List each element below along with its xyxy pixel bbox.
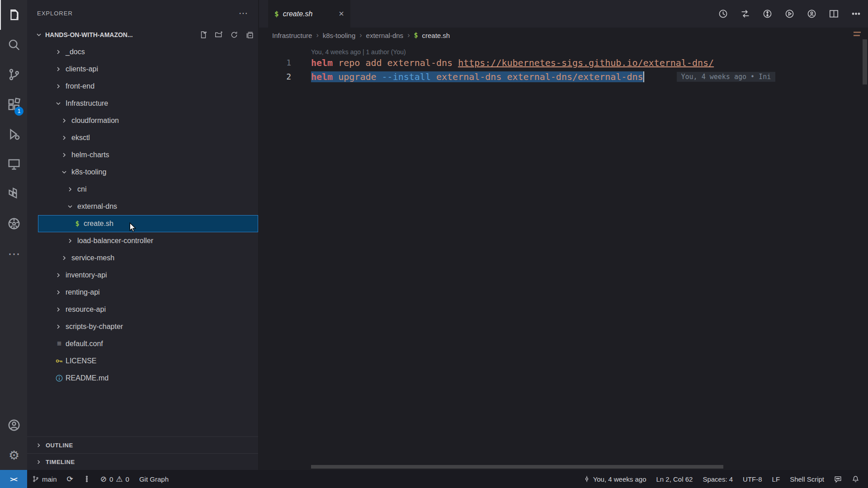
tree-item-cloudformation[interactable]: cloudformation [27,112,258,129]
tree-item-README.md[interactable]: README.md [27,370,258,387]
shell-icon: $ [274,9,279,18]
remote-indicator[interactable]: >< [0,470,27,488]
language-mode[interactable]: Shell Script [785,470,829,488]
timeline-section[interactable]: TIMELINE [27,453,258,470]
commit-graph-icon[interactable] [762,8,773,19]
code-token: helm [311,57,333,68]
code-line-2[interactable]: 2helm upgrade --install external-dns ext… [259,70,868,84]
cursor-position[interactable]: Ln 2, Col 62 [651,470,698,488]
tree-item-load-balancer-controller[interactable]: load-balancer-controller [27,232,258,249]
run-and-debug-icon[interactable] [0,119,27,149]
source-control-icon[interactable] [0,60,27,89]
open-changes-icon[interactable] [740,8,751,19]
tree-item-clients-api[interactable]: clients-api [27,61,258,78]
tree-item-resource-api[interactable]: resource-api [27,301,258,318]
vscode-window: 1 ⋯ ⚙ EXPLORER ⋯ [0,0,868,488]
status-bar-right: You, 4 weeks ago Ln 2, Col 62 Spaces: 4 … [578,470,868,488]
code-area[interactable]: 1helm repo add external-dns https://kube… [259,56,868,84]
tree-item-Infrastructure[interactable]: Infrastructure [27,95,258,112]
tree-item-label: eksctl [71,134,90,142]
source-control-graph-button[interactable] [78,470,95,488]
tree-item-LICENSE[interactable]: LICENSE [27,352,258,370]
code-token: external-dns external-dns/external-dns [431,71,643,82]
breadcrumb-item[interactable]: external-dns [366,32,404,39]
codelens-authors[interactable]: You, 4 weeks ago | 1 author (You) [259,43,868,56]
account-icon[interactable] [0,410,27,440]
code-token: upgrade [333,71,382,82]
horizontal-scrollbar-thumb[interactable] [311,465,723,469]
branch-indicator[interactable]: main [27,470,62,488]
settings-gear-icon[interactable]: ⚙ [0,440,27,470]
explorer-title: EXPLORER [37,10,73,17]
tree-item-label: resource-api [66,305,106,314]
tree-item-create.sh[interactable]: $create.sh [38,215,258,232]
breadcrumb-file[interactable]: create.sh [422,32,450,39]
tree-item-renting-api[interactable]: renting-api [27,284,258,301]
chevron-right-icon [55,306,65,313]
eol-indicator[interactable]: LF [767,470,785,488]
problems-indicator[interactable]: ⊘ 0 ⚠ 0 [95,470,134,488]
collapse-folders-icon[interactable] [245,31,254,39]
new-file-icon[interactable] [199,31,208,39]
horizontal-scrollbar[interactable] [311,465,723,469]
extensions-icon[interactable]: 1 [0,89,27,119]
new-folder-icon[interactable] [215,31,223,39]
vertical-scrollbar[interactable] [862,28,868,464]
explorer-more-icon[interactable]: ⋯ [239,8,248,19]
tree-item-_docs[interactable]: _docs [27,43,258,61]
terraform-icon[interactable] [0,179,27,209]
tree-item-eksctl[interactable]: eksctl [27,129,258,146]
outline-section[interactable]: OUTLINE [27,436,258,453]
tree-item-external-dns[interactable]: external-dns [27,198,258,215]
more-activity-icon[interactable]: ⋯ [0,239,27,268]
code-line-1[interactable]: 1helm repo add external-dns https://kube… [259,56,868,70]
workspace-name: HANDS-ON-WITH-AMAZON... [45,31,133,38]
error-icon: ⊘ [100,474,107,483]
tree-item-cni[interactable]: cni [27,181,258,198]
encoding-indicator[interactable]: UTF-8 [738,470,767,488]
code-token: --install [382,71,431,82]
chevron-down-icon [35,31,42,38]
history-icon[interactable] [717,8,729,19]
blame-indicator[interactable]: You, 4 weeks ago [578,470,651,488]
tree-item-scripts-by-chapter[interactable]: scripts-by-chapter [27,318,258,335]
close-tab-icon[interactable]: × [339,9,344,19]
tree-item-inventory-api[interactable]: inventory-api [27,267,258,284]
run-circle-icon[interactable] [784,8,795,19]
line-content: helm upgrade --install external-dns exte… [291,71,775,82]
explorer-icon[interactable] [0,0,27,30]
chevron-right-icon [66,186,76,193]
indentation-indicator[interactable]: Spaces: 4 [698,470,738,488]
tree-item-k8s-tooling[interactable]: k8s-tooling [27,164,258,181]
sync-button[interactable]: ⟳ [62,470,78,488]
split-editor-icon[interactable] [828,8,840,19]
git-branch-icon [32,475,39,483]
tree-item-front-end[interactable]: front-end [27,78,258,95]
tree-item-default.conf[interactable]: ≡default.conf [27,335,258,352]
remote-explorer-icon[interactable] [0,149,27,179]
tab-create-sh[interactable]: $ create.sh × [268,0,350,28]
minimap[interactable] [853,30,862,84]
workspace-section-header[interactable]: HANDS-ON-WITH-AMAZON... [27,26,258,43]
more-actions-icon[interactable] [850,8,862,19]
kubernetes-icon[interactable] [0,209,27,239]
feedback-icon[interactable] [829,470,847,488]
git-graph-button[interactable]: Git Graph [134,470,174,488]
tree-item-service-mesh[interactable]: service-mesh [27,249,258,267]
tab-label: create.sh [283,10,313,18]
breadcrumb-item[interactable]: Infrastructure [272,32,312,39]
gitlens-icon[interactable] [806,8,817,19]
activity-bar: 1 ⋯ ⚙ [0,0,27,470]
tree-item-helm-charts[interactable]: helm-charts [27,146,258,164]
shell-icon: $ [73,220,83,228]
line-content: helm repo add external-dns https://kuber… [291,57,714,68]
vertical-scrollbar-thumb[interactable] [863,39,867,84]
breadcrumb-item[interactable]: k8s-tooling [323,32,356,39]
chevron-right-icon [55,272,65,279]
warning-icon: ⚠ [116,474,123,483]
refresh-icon[interactable] [230,31,238,39]
tree-item-label: Infrastructure [66,99,108,108]
notifications-bell-icon[interactable] [847,470,864,488]
search-icon[interactable] [0,30,27,60]
chevron-right-icon [35,442,42,449]
